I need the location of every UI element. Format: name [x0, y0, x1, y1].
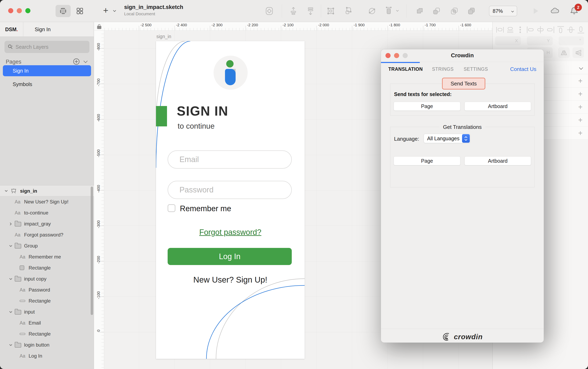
zoom-level-select[interactable]: 87% — [489, 6, 517, 16]
artboard-sign-in[interactable]: SIGN IN to continue Remember me Forgot p… — [156, 41, 304, 359]
layer-row-input[interactable]: input — [0, 306, 94, 318]
layer-row-email[interactable]: AaEmail — [0, 318, 94, 329]
y-position-field[interactable]: Y — [527, 36, 553, 45]
layer-expand-icon[interactable] — [9, 277, 12, 280]
tab-strings[interactable]: STRINGS — [432, 67, 454, 72]
cloud-icon — [550, 7, 560, 16]
resize-icon[interactable] — [384, 6, 394, 16]
flip-vertical-button[interactable] — [572, 47, 584, 58]
sidebar-page-sign-in[interactable]: Sign In — [3, 65, 91, 76]
layer-expand-icon[interactable] — [4, 189, 8, 192]
plus-icon[interactable]: + — [578, 129, 582, 137]
minimize-window-button[interactable] — [17, 8, 22, 13]
layer-row-log-in[interactable]: AaLog In — [0, 350, 94, 361]
layer-row-login-button[interactable]: login button — [0, 339, 94, 350]
layer-row-input-copy[interactable]: input copy — [0, 273, 94, 284]
layer-row-impact-gray[interactable]: impact_gray — [0, 218, 94, 229]
layer-expand-icon[interactable] — [9, 222, 12, 226]
layer-expand-icon[interactable] — [9, 310, 12, 314]
close-window-button[interactable] — [8, 8, 13, 13]
flip-horizontal-button[interactable] — [558, 47, 570, 58]
distribute-horizontal-icon[interactable] — [495, 25, 504, 35]
canvas-view-toggle[interactable] — [55, 5, 71, 17]
shape-tool-icon[interactable] — [264, 6, 274, 16]
layer-row-sign-in[interactable]: sign_in — [0, 185, 94, 196]
layer-expand-icon[interactable] — [9, 244, 12, 248]
get-artboard-button[interactable]: Artboard — [464, 156, 531, 165]
crowdin-logo-icon — [442, 332, 452, 342]
plus-icon[interactable]: + — [578, 103, 582, 111]
rotation-field[interactable]: ° — [559, 36, 584, 45]
search-layers-field[interactable] — [4, 41, 89, 53]
ruler-tick-label: -1 700 — [425, 23, 436, 27]
log-in-button[interactable]: Log In — [168, 248, 292, 265]
add-page-icon[interactable] — [72, 57, 81, 66]
remember-me-checkbox[interactable] — [168, 204, 175, 212]
layer-row-forgot-password[interactable]: AaForgot password? — [0, 229, 94, 240]
layer-row-rectangle[interactable]: Rectangle — [0, 262, 94, 273]
align-left-icon[interactable] — [526, 25, 535, 35]
layer-row-password[interactable]: AaPassword — [0, 284, 94, 295]
move-forward-icon[interactable] — [288, 6, 298, 16]
plus-icon[interactable]: + — [578, 77, 582, 85]
layer-row-rectangle[interactable]: Rectangle — [0, 329, 94, 339]
align-bottom-icon[interactable] — [576, 25, 585, 35]
align-center-horizontal-icon[interactable] — [536, 25, 545, 35]
grid-view-toggle[interactable] — [73, 5, 87, 17]
email-field[interactable] — [168, 150, 292, 169]
move-backward-icon[interactable] — [306, 6, 315, 16]
cloud-sync-button[interactable] — [550, 6, 560, 16]
preview-button[interactable] — [530, 6, 540, 16]
text-layer-icon: Aa — [20, 287, 25, 293]
pages-collapse-icon[interactable] — [84, 60, 87, 63]
layers-scrollbar[interactable] — [91, 187, 93, 315]
difference-icon[interactable] — [467, 6, 476, 16]
layer-expand-icon[interactable] — [9, 343, 12, 347]
send-artboard-button[interactable]: Artboard — [464, 102, 531, 111]
layer-row-group[interactable]: Group — [0, 240, 94, 251]
align-middle-icon[interactable] — [566, 25, 575, 35]
rotate-icon[interactable] — [367, 6, 377, 16]
tab-settings[interactable]: SETTINGS — [464, 67, 488, 72]
align-top-icon[interactable] — [556, 25, 565, 35]
x-position-field[interactable]: X — [495, 36, 521, 45]
align-right-icon[interactable] — [546, 25, 555, 35]
send-texts-button[interactable]: Send Texts — [442, 78, 485, 90]
get-page-button[interactable]: Page — [394, 156, 460, 165]
more-options-icon[interactable] — [516, 25, 525, 35]
artboard-title[interactable]: sign_in — [156, 34, 171, 39]
send-page-button[interactable]: Page — [394, 102, 460, 111]
ruler-tick-label: 0 — [96, 325, 101, 337]
sign-up-link[interactable]: New User? Sign Up! — [156, 275, 304, 284]
tab-translation[interactable]: TRANSLATION — [388, 67, 423, 72]
layer-row-rectangle[interactable]: Rectangle — [0, 295, 94, 306]
notifications-button[interactable]: 2 — [569, 6, 579, 16]
tab-current-page[interactable]: Sign In — [23, 22, 94, 37]
tab-dsm[interactable]: DSM. — [0, 22, 23, 37]
distribute-vertical-icon[interactable] — [506, 25, 515, 35]
ruler-tick-label: -1 900 — [354, 23, 365, 27]
group-icon[interactable] — [326, 6, 336, 16]
subtract-icon[interactable] — [432, 6, 441, 16]
layer-label: login button — [24, 342, 49, 348]
plus-icon[interactable]: + — [578, 116, 582, 124]
insert-chevron-icon[interactable] — [114, 9, 116, 12]
ungroup-icon[interactable] — [344, 6, 353, 16]
layer-row-remember-me[interactable]: AaRemember me — [0, 251, 94, 262]
plus-icon[interactable]: + — [578, 90, 582, 98]
insert-button[interactable]: + — [103, 5, 108, 16]
lock-icon[interactable] — [96, 24, 102, 29]
forgot-password-link[interactable]: Forgot password? — [156, 228, 304, 237]
search-input[interactable] — [16, 44, 81, 50]
sidebar-page-symbols[interactable]: Symbols — [3, 79, 91, 90]
contact-us-link[interactable]: Contact Us — [510, 66, 536, 72]
intersect-icon[interactable] — [449, 6, 459, 16]
resize-chevron-icon[interactable] — [396, 9, 399, 12]
password-field[interactable] — [168, 181, 292, 199]
zoom-window-button[interactable] — [25, 8, 31, 13]
ruler-tick-label: -200 — [96, 254, 101, 266]
language-select[interactable]: All Languages — [424, 134, 470, 143]
layer-row-new-user-sign-up[interactable]: AaNew User? Sign Up! — [0, 196, 94, 207]
layer-row-to-continue[interactable]: Aato-continue — [0, 207, 94, 218]
union-icon[interactable] — [415, 6, 425, 16]
